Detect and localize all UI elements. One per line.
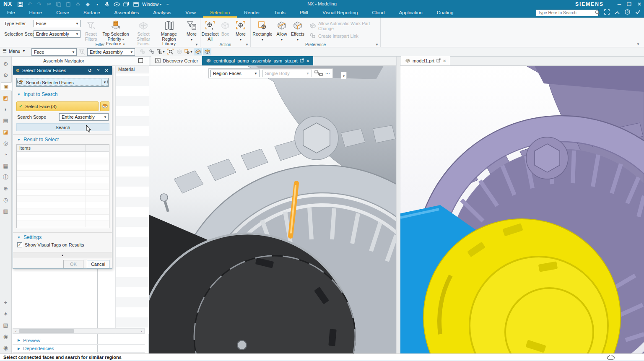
settings-gear-icon[interactable]: ⚙ — [1, 60, 10, 68]
dependencies-section[interactable]: ▶ Dependencies — [13, 344, 145, 353]
group-caret-icon[interactable]: ▼ — [375, 43, 379, 47]
help-icon[interactable]: ? — [625, 9, 630, 16]
highlight-faces-icon[interactable] — [194, 48, 202, 55]
save-icon[interactable] — [17, 1, 23, 8]
image-capture-icon[interactable]: ▧ — [1, 321, 10, 330]
popout-tab-icon[interactable] — [436, 58, 441, 63]
menu-tab-visual-reporting[interactable]: Visual Reporting — [315, 8, 365, 18]
region-tree-icon[interactable] — [314, 70, 323, 77]
qat-customize-icon[interactable]: ≂ — [164, 1, 171, 8]
result-row[interactable] — [17, 171, 109, 177]
ribbon-options-caret-icon[interactable]: ▼ — [636, 42, 640, 46]
system-scenes-icon[interactable]: ◉ — [1, 332, 10, 341]
checkbox-icon[interactable]: ✓ — [17, 242, 22, 247]
menu-tab-surface[interactable]: Surface — [76, 8, 107, 18]
result-row[interactable] — [17, 164, 109, 171]
minimize-ribbon-icon[interactable] — [615, 10, 620, 15]
select-tool-icon[interactable]: ⌖ — [1, 298, 10, 307]
result-row[interactable] — [17, 196, 109, 202]
window-icon[interactable] — [132, 1, 139, 8]
selection-filter-list-icon[interactable]: ▼ — [157, 48, 165, 55]
close-button[interactable]: ✕ — [637, 1, 641, 7]
menu-tab-tools[interactable]: Tools — [267, 8, 293, 18]
graphics-window-right[interactable] — [400, 66, 644, 353]
mic-icon[interactable] — [104, 1, 110, 8]
result-row[interactable] — [17, 152, 109, 158]
horizontal-scrollbar[interactable]: ‹ › — [13, 328, 145, 334]
search-input[interactable] — [536, 10, 595, 15]
search-icon[interactable] — [595, 10, 601, 16]
assembly-navigator-icon[interactable]: ▣ — [1, 82, 12, 91]
viewport-splitter[interactable] — [396, 57, 400, 353]
touch-mode-icon[interactable]: ◆ — [84, 1, 91, 8]
snap-enabled-icon[interactable] — [148, 48, 156, 55]
rectangle-button[interactable]: Rectangle▼ — [252, 19, 273, 42]
effects-button[interactable]: Effects▼ — [289, 19, 306, 42]
material-column-header[interactable]: Material — [116, 66, 149, 73]
hd3d-tools-icon[interactable]: ◎ — [1, 139, 10, 148]
constraint-navigator-icon[interactable]: ◩ — [1, 93, 10, 102]
part-navigator-icon[interactable]: ◗ — [1, 105, 10, 114]
result-row[interactable] — [17, 215, 109, 221]
information-icon[interactable]: ⓘ — [1, 173, 10, 182]
menu-tab-pmi[interactable]: PMI — [293, 8, 315, 18]
tab-model1-part[interactable]: model1.prt ✕ — [401, 56, 450, 65]
face-select-icon-box[interactable] — [100, 101, 109, 111]
reuse-library-icon[interactable]: ▤ — [1, 116, 10, 125]
menu-button[interactable]: ☰ Menu ▼ — [3, 48, 25, 54]
search-button[interactable]: Search — [16, 123, 109, 131]
command-search-box[interactable] — [536, 9, 599, 16]
show-visual-tags-checkbox[interactable]: ✓ Show Visual Tags on Results — [17, 242, 84, 247]
command-finder-check-icon[interactable] — [635, 10, 641, 15]
overlay-caret-icon[interactable]: ▼ — [341, 72, 347, 79]
result-row[interactable] — [17, 177, 109, 183]
menu-tab-cloud[interactable]: Cloud — [365, 8, 392, 18]
menu-tab-application[interactable]: Application — [392, 8, 430, 18]
search-type-combo[interactable]: Search Selected Faces ▼ — [16, 78, 109, 87]
result-row[interactable] — [17, 158, 109, 164]
dialog-title-bar[interactable]: ⚙ Select Similar Faces ↺ ? ✕ — [13, 66, 112, 75]
maximize-panel-icon[interactable] — [138, 58, 143, 63]
result-row[interactable] — [17, 183, 109, 190]
preview-section[interactable]: ▶ Preview — [13, 336, 145, 344]
result-row[interactable] — [17, 190, 109, 196]
search-scope-combo[interactable]: Entire Assembly▼ — [59, 113, 109, 121]
scope-combo[interactable]: Entire Assembly▼ — [87, 48, 135, 56]
history-icon[interactable]: ◷ — [1, 195, 10, 204]
web-browser-icon[interactable]: ⊕ — [1, 184, 10, 193]
more-options-icon[interactable]: ⋯ — [325, 71, 331, 76]
menu-tab-coating[interactable]: Coating — [430, 8, 461, 18]
scrollbar-thumb[interactable] — [19, 329, 74, 333]
graphics-window-left[interactable]: Region Faces▼ Single Body▼ ⋯ ▼ — [149, 66, 396, 353]
type-filter-combo[interactable]: Face▼ — [34, 20, 80, 27]
result-items-table[interactable]: Items — [16, 144, 109, 228]
menu-tab-curve[interactable]: Curve — [49, 8, 76, 18]
color-palette-icon[interactable]: ▥ — [1, 207, 10, 216]
region-faces-combo[interactable]: Region Faces▼ — [210, 70, 260, 77]
select-rectangle-icon[interactable]: ▼ — [184, 48, 193, 55]
close-tab-icon[interactable]: ✕ — [443, 59, 446, 63]
result-row[interactable] — [17, 221, 109, 227]
more-action-button[interactable]: More▼ — [233, 19, 248, 42]
result-to-select-section[interactable]: ▼ Result to Select — [17, 137, 59, 143]
system-materials-icon[interactable]: ◉ — [1, 343, 10, 352]
cancel-button[interactable]: Cancel — [87, 260, 109, 268]
group-caret-icon[interactable]: ▼ — [245, 43, 249, 47]
search-results-icon[interactable]: ◔ — [1, 150, 10, 159]
selection-scope-combo[interactable]: Entire Assembly▼ — [34, 30, 80, 38]
input-to-search-section[interactable]: ▼ Input to Search — [17, 91, 57, 97]
dialog-reset-icon[interactable]: ↺ — [87, 68, 93, 73]
sync-views-icon[interactable] — [113, 1, 120, 8]
menu-tab-home[interactable]: Home — [22, 8, 49, 18]
layers-icon[interactable]: ◪ — [1, 127, 10, 136]
minimize-button[interactable]: ─ — [618, 1, 621, 7]
find-in-window-icon[interactable] — [166, 48, 174, 55]
close-tab-icon[interactable]: ✕ — [306, 59, 309, 63]
scroll-left-icon[interactable]: ‹ — [13, 329, 19, 333]
menu-tab-selection[interactable]: Selection — [203, 8, 237, 18]
restore-button[interactable]: ❐ — [627, 1, 631, 7]
menu-tab-view[interactable]: View — [178, 8, 203, 18]
menu-tab-analysis[interactable]: Analysis — [146, 8, 178, 18]
menu-tab-assemblies[interactable]: Assemblies — [107, 8, 146, 18]
result-row[interactable] — [17, 208, 109, 215]
